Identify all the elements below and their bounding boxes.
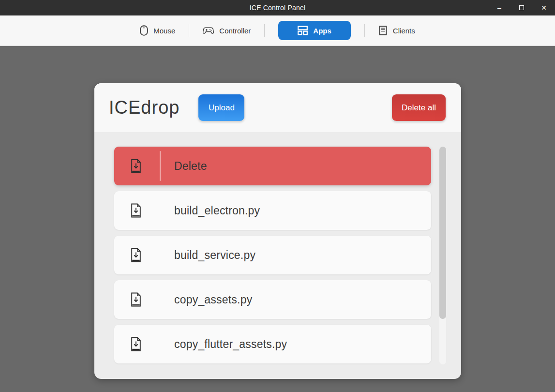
file-download-icon — [130, 248, 142, 262]
file-download-icon — [130, 203, 142, 218]
file-label: build_service.py — [174, 249, 255, 262]
nav-tab-label: Clients — [393, 27, 415, 35]
upload-button[interactable]: Upload — [198, 94, 244, 121]
file-download-icon — [130, 337, 142, 351]
card-header: ICEdrop Upload Delete all — [94, 83, 461, 132]
mouse-icon — [140, 25, 148, 36]
close-icon: ✕ — [541, 4, 547, 12]
file-label: build_electron.py — [174, 204, 260, 217]
nav-tab-apps[interactable]: Apps — [278, 21, 351, 40]
nav-tab-label: Mouse — [153, 27, 175, 35]
page-title: ICEdrop — [109, 97, 180, 118]
nav-tab-label: Apps — [313, 27, 331, 35]
file-row[interactable]: copy_flutter_assets.py — [114, 325, 431, 363]
minimize-icon: – — [497, 4, 501, 12]
row-divider — [160, 151, 161, 181]
nav-tab-mouse[interactable]: Mouse — [140, 25, 175, 36]
file-list: Delete build_electron.py — [114, 147, 431, 369]
file-label: copy_flutter_assets.py — [174, 338, 287, 351]
close-button[interactable]: ✕ — [533, 0, 555, 15]
navbar: Mouse Controller Apps — [0, 15, 555, 46]
file-row[interactable]: build_electron.py — [114, 191, 431, 230]
file-label: copy_assets.py — [174, 293, 252, 306]
scrollbar-thumb[interactable] — [439, 147, 446, 319]
file-row-delete-hover[interactable]: Delete — [114, 147, 431, 185]
nav-divider — [364, 24, 365, 37]
file-label: Delete — [174, 160, 207, 173]
apps-icon — [298, 26, 308, 35]
nav-tab-clients[interactable]: Clients — [378, 26, 415, 35]
file-download-icon — [130, 292, 142, 307]
main-area: ICEdrop Upload Delete all Delete — [0, 46, 555, 392]
nav-tab-controller[interactable]: Controller — [203, 27, 251, 35]
maximize-button[interactable] — [510, 0, 533, 15]
controller-icon — [203, 27, 214, 35]
scrollbar-track[interactable] — [439, 147, 446, 364]
window-controls: – ✕ — [488, 0, 555, 15]
file-row[interactable]: copy_assets.py — [114, 280, 431, 319]
icedrop-card: ICEdrop Upload Delete all Delete — [94, 83, 461, 379]
file-download-icon — [130, 159, 142, 173]
titlebar: ICE Control Panel – ✕ — [0, 0, 555, 15]
minimize-button[interactable]: – — [488, 0, 510, 15]
nav-tab-label: Controller — [219, 27, 251, 35]
delete-all-button[interactable]: Delete all — [392, 94, 446, 121]
window-title: ICE Control Panel — [0, 4, 555, 12]
nav-divider — [264, 24, 265, 37]
maximize-icon — [519, 5, 524, 10]
clients-icon — [378, 26, 388, 35]
nav-divider — [189, 24, 189, 37]
file-row[interactable]: build_service.py — [114, 236, 431, 274]
